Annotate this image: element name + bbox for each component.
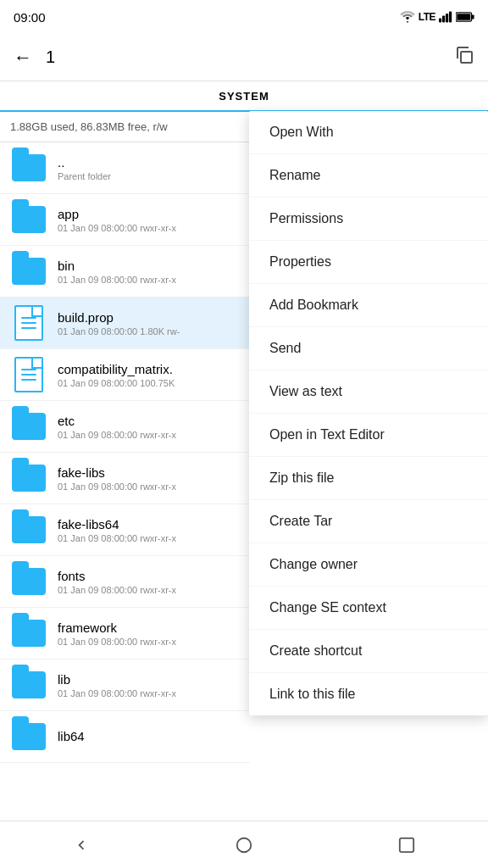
menu-item-zip-this-file[interactable]: Zip this file (249, 457, 488, 500)
menu-item-properties[interactable]: Properties (249, 241, 488, 284)
nav-bar (0, 821, 488, 868)
file-name: app (58, 207, 240, 221)
file-icon-wrapper (10, 563, 47, 600)
menu-item-view-as-text[interactable]: View as text (249, 370, 488, 414)
signal-icon (439, 11, 452, 23)
svg-rect-3 (449, 12, 452, 23)
svg-rect-9 (400, 837, 413, 851)
menu-item-open-in-text-editor[interactable]: Open in Text Editor (249, 414, 488, 457)
file-meta: 01 Jan 09 08:00:00 rwxr-xr-x (58, 688, 240, 698)
status-icons: LTE (400, 11, 474, 23)
folder-icon (12, 206, 46, 233)
back-button[interactable]: ← (14, 47, 32, 69)
file-name: framework (58, 620, 240, 635)
folder-icon (12, 516, 46, 543)
file-item[interactable]: lib64 (0, 711, 250, 763)
file-icon-wrapper (10, 408, 47, 445)
section-title: SYSTEM (219, 90, 269, 103)
menu-item-rename[interactable]: Rename (249, 154, 488, 198)
file-name: .. (58, 155, 240, 170)
folder-icon (12, 723, 46, 750)
folder-icon (12, 671, 46, 698)
file-info: fonts 01 Jan 09 08:00:00 rwxr-xr-x (58, 569, 240, 595)
file-name: compatibility_matrix. (58, 362, 240, 376)
file-meta: 01 Jan 09 08:00:00 rwxr-xr-x (58, 637, 240, 647)
folder-icon (12, 154, 46, 181)
file-icon-wrapper (10, 511, 47, 548)
menu-item-create-tar[interactable]: Create Tar (249, 500, 488, 543)
file-icon-wrapper (10, 615, 47, 652)
copy-button[interactable] (454, 45, 474, 70)
context-menu: Open WithRenamePermissionsPropertiesAdd … (249, 111, 488, 715)
doc-line-3 (21, 379, 36, 381)
file-item[interactable]: compatibility_matrix. 01 Jan 09 08:00:00… (0, 349, 250, 401)
file-icon-wrapper (10, 666, 47, 704)
nav-recent-icon (398, 837, 415, 854)
battery-icon (456, 11, 474, 23)
file-info: etc 01 Jan 09 08:00:00 rwxr-xr-x (58, 414, 240, 440)
nav-back-button[interactable] (58, 821, 105, 869)
file-name: etc (58, 414, 240, 428)
menu-item-create-shortcut[interactable]: Create shortcut (249, 630, 488, 673)
file-info: fake-libs 01 Jan 09 08:00:00 rwxr-xr-x (58, 465, 240, 492)
file-name: lib64 (58, 729, 240, 743)
file-meta: 01 Jan 09 08:00:00 rwxr-xr-x (58, 430, 240, 440)
file-name: lib (58, 672, 240, 687)
file-name: fake-libs64 (58, 517, 240, 531)
file-icon-wrapper (10, 201, 47, 238)
file-icon-wrapper (10, 304, 47, 342)
file-icon-wrapper (10, 356, 47, 393)
svg-rect-0 (439, 19, 441, 23)
tab-number: 1 (46, 47, 55, 67)
file-meta: Parent folder (58, 171, 240, 181)
doc-line-1 (21, 317, 36, 319)
file-info: compatibility_matrix. 01 Jan 09 08:00:00… (58, 362, 240, 388)
folder-icon (12, 568, 46, 595)
app-bar: ← 1 (0, 34, 488, 81)
status-time: 09:00 (14, 10, 46, 25)
file-item[interactable]: etc 01 Jan 09 08:00:00 rwxr-xr-x (0, 401, 250, 453)
nav-recent-button[interactable] (383, 821, 430, 869)
file-item[interactable]: framework 01 Jan 09 08:00:00 rwxr-xr-x (0, 608, 250, 659)
file-item[interactable]: bin 01 Jan 09 08:00:00 rwxr-xr-x (0, 246, 250, 298)
menu-item-open-with[interactable]: Open With (249, 111, 488, 154)
menu-item-send[interactable]: Send (249, 327, 488, 370)
file-info: bin 01 Jan 09 08:00:00 rwxr-xr-x (58, 259, 240, 285)
file-icon-wrapper (10, 253, 47, 290)
menu-item-change-se-context[interactable]: Change SE context (249, 587, 488, 630)
doc-icon (14, 305, 43, 341)
file-list: .. Parent folder app 01 Jan 09 08:00:00 … (0, 142, 250, 763)
file-info: lib64 (58, 729, 240, 745)
file-meta: 01 Jan 09 08:00:00 rwxr-xr-x (58, 481, 240, 492)
folder-icon (12, 620, 46, 647)
wifi-icon (400, 11, 415, 23)
file-item[interactable]: fake-libs64 01 Jan 09 08:00:00 rwxr-xr-x (0, 504, 250, 556)
file-meta: 01 Jan 09 08:00:00 rwxr-xr-x (58, 275, 240, 285)
file-info: app 01 Jan 09 08:00:00 rwxr-xr-x (58, 207, 240, 233)
file-info: lib 01 Jan 09 08:00:00 rwxr-xr-x (58, 672, 240, 698)
nav-home-icon (235, 836, 253, 854)
file-name: fake-libs (58, 465, 240, 480)
doc-line-2 (21, 322, 36, 324)
svg-rect-7 (461, 52, 472, 63)
menu-item-permissions[interactable]: Permissions (249, 198, 488, 241)
lte-icon: LTE (419, 11, 435, 23)
menu-item-link-to-this-file[interactable]: Link to this file (249, 673, 488, 715)
nav-back-icon (72, 836, 91, 854)
svg-rect-1 (442, 15, 445, 22)
folder-icon (12, 465, 46, 492)
file-item[interactable]: .. Parent folder (0, 142, 250, 194)
doc-line-2 (21, 374, 36, 376)
menu-item-change-owner[interactable]: Change owner (249, 543, 488, 587)
nav-home-button[interactable] (220, 821, 268, 869)
menu-item-add-bookmark[interactable]: Add Bookmark (249, 284, 488, 327)
file-info: framework 01 Jan 09 08:00:00 rwxr-xr-x (58, 620, 240, 647)
file-icon-wrapper (10, 718, 47, 755)
file-item[interactable]: build.prop 01 Jan 09 08:00:00 1.80K rw- (0, 298, 250, 349)
file-meta: 01 Jan 09 08:00:00 100.75K (58, 378, 240, 388)
file-item[interactable]: lib 01 Jan 09 08:00:00 rwxr-xr-x (0, 659, 250, 711)
doc-line-1 (21, 369, 36, 370)
file-item[interactable]: fonts 01 Jan 09 08:00:00 rwxr-xr-x (0, 556, 250, 608)
file-item[interactable]: app 01 Jan 09 08:00:00 rwxr-xr-x (0, 194, 250, 246)
file-item[interactable]: fake-libs 01 Jan 09 08:00:00 rwxr-xr-x (0, 453, 250, 504)
